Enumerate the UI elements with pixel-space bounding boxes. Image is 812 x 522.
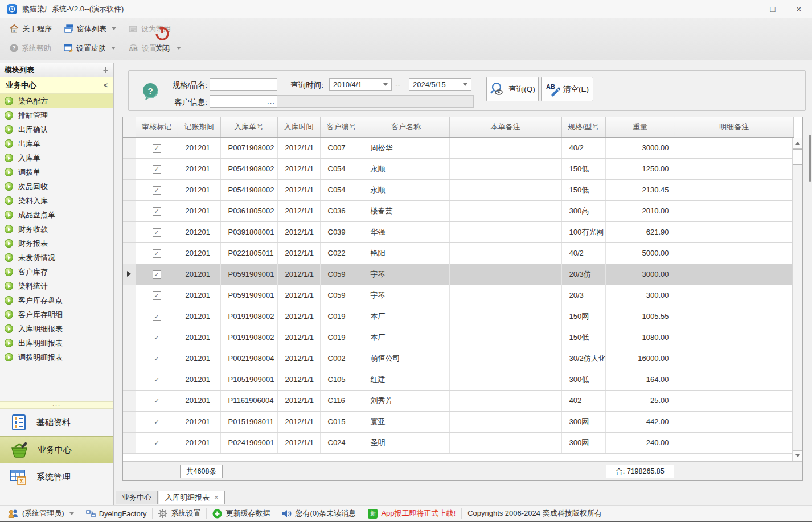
query-button[interactable]: 查询(Q) bbox=[486, 77, 539, 101]
pin-icon[interactable] bbox=[102, 67, 109, 73]
audit-checkbox[interactable]: ✓ bbox=[153, 165, 161, 174]
unread-messages-button[interactable]: 您有(0)条未读消息 bbox=[276, 508, 362, 519]
row-selector[interactable] bbox=[123, 369, 136, 390]
row-selector[interactable] bbox=[123, 200, 136, 221]
column-header[interactable]: 入库时间 bbox=[277, 117, 320, 137]
audit-checkbox[interactable]: ✓ bbox=[153, 376, 161, 384]
table-row[interactable]: ✓201201P01519080112012/1/1C015寰亚300网442.… bbox=[123, 411, 793, 432]
row-selector[interactable] bbox=[123, 411, 136, 432]
sidebar-item[interactable]: 客户库存盘点 bbox=[0, 293, 113, 307]
audit-checkbox[interactable]: ✓ bbox=[153, 418, 161, 426]
group-header-business-center[interactable]: 业务中心 < bbox=[0, 77, 113, 94]
audit-checkbox[interactable]: ✓ bbox=[153, 355, 161, 363]
audit-checkbox[interactable]: ✓ bbox=[153, 144, 161, 153]
company-button[interactable]: DyeingFactory bbox=[80, 508, 153, 519]
row-selector[interactable] bbox=[123, 179, 136, 200]
column-header[interactable]: 入库单号 bbox=[220, 117, 277, 137]
table-row[interactable]: ✓201201P05419080022012/1/1C054永顺150低1250… bbox=[123, 158, 793, 179]
column-header[interactable]: 客户名称 bbox=[363, 117, 449, 137]
row-selector[interactable] bbox=[123, 285, 136, 306]
table-row[interactable]: ✓201201P05919090012012/1/1C059宇琴20/3仿300… bbox=[123, 264, 793, 285]
sidebar-item[interactable]: 染色配方 bbox=[0, 94, 113, 108]
column-header[interactable]: 规格/型号 bbox=[561, 117, 605, 137]
table-row[interactable]: ✓201201P11619060042012/1/1C116刘秀芳40225.0… bbox=[123, 390, 793, 411]
table-row[interactable]: ✓201201P01919080022012/1/1C019本厂150低1080… bbox=[123, 327, 793, 348]
ellipsis-button[interactable]: ··· bbox=[267, 100, 277, 107]
maximize-button[interactable]: □ bbox=[760, 0, 786, 18]
sidebar-item-system-admin[interactable]: Σ 系统管理 bbox=[0, 463, 113, 491]
date-from-select[interactable]: 2010/4/1 bbox=[329, 78, 392, 91]
sidebar-item[interactable]: 出库单 bbox=[0, 137, 113, 151]
column-header[interactable]: 本单备注 bbox=[449, 117, 561, 137]
sidebar-item[interactable]: 出库确认 bbox=[0, 122, 113, 137]
sidebar-item[interactable]: 入库明细报表 bbox=[0, 322, 113, 336]
sidebar-splitter[interactable]: ··· bbox=[0, 401, 113, 409]
tab-close-icon[interactable]: × bbox=[214, 493, 219, 502]
row-selector[interactable] bbox=[123, 158, 136, 179]
refresh-cache-button[interactable]: 更新缓存数据 bbox=[207, 508, 276, 519]
scroll-down-button[interactable] bbox=[793, 450, 802, 461]
table-row[interactable]: ✓201201P10519090012012/1/1C105红建300低164.… bbox=[123, 369, 793, 390]
row-selector[interactable] bbox=[123, 306, 136, 327]
row-selector[interactable] bbox=[123, 432, 136, 453]
audit-checkbox[interactable]: ✓ bbox=[153, 186, 161, 195]
row-selector[interactable] bbox=[123, 390, 136, 411]
table-row[interactable]: ✓201201P05419080022012/1/1C054永顺150低2130… bbox=[123, 179, 793, 200]
row-selector[interactable] bbox=[123, 348, 136, 369]
row-selector[interactable] bbox=[123, 327, 136, 348]
table-row[interactable]: ✓201201P00219080042012/1/1C002萌恒公司30/2仿大… bbox=[123, 348, 793, 369]
column-header[interactable]: 审核标记 bbox=[136, 117, 178, 137]
audit-checkbox[interactable]: ✓ bbox=[153, 291, 161, 300]
table-row[interactable]: ✓201201P02218050112012/1/1C022艳阳40/25000… bbox=[123, 242, 793, 264]
audit-checkbox[interactable]: ✓ bbox=[153, 207, 161, 216]
collapse-icon[interactable]: < bbox=[104, 81, 108, 89]
sidebar-item[interactable]: 客户库存 bbox=[0, 265, 113, 279]
sidebar-item[interactable]: 成品盘点单 bbox=[0, 208, 113, 222]
close-app-button[interactable]: 关闭 bbox=[148, 20, 177, 57]
sidebar-item[interactable]: 财务收款 bbox=[0, 222, 113, 236]
about-program-button[interactable]: 关于程序 bbox=[3, 20, 58, 38]
column-header[interactable]: 明细备注 bbox=[675, 117, 793, 137]
audit-checkbox[interactable]: ✓ bbox=[153, 228, 161, 237]
row-selector[interactable] bbox=[123, 242, 136, 264]
table-row[interactable]: ✓201201P05919090012012/1/1C059宇琴20/3300.… bbox=[123, 285, 793, 306]
audit-checkbox[interactable]: ✓ bbox=[153, 439, 161, 447]
sidebar-item[interactable]: 排缸管理 bbox=[0, 108, 113, 122]
sidebar-item[interactable]: 染料入库 bbox=[0, 194, 113, 208]
audit-checkbox[interactable]: ✓ bbox=[153, 334, 161, 342]
audit-checkbox[interactable]: ✓ bbox=[153, 313, 161, 321]
audit-checkbox[interactable]: ✓ bbox=[153, 249, 161, 258]
column-header[interactable]: 客户编号 bbox=[320, 117, 363, 137]
window-list-button[interactable]: 窗体列表 bbox=[58, 20, 122, 38]
system-settings-button[interactable]: 系统设置 bbox=[153, 508, 207, 519]
sidebar-item[interactable]: 次品回收 bbox=[0, 179, 113, 194]
vertical-scrollbar[interactable] bbox=[792, 138, 802, 461]
tab-active[interactable]: 入库明细报表× bbox=[159, 491, 225, 504]
row-selector[interactable] bbox=[123, 221, 136, 242]
scroll-up-button[interactable] bbox=[793, 138, 802, 149]
sidebar-item-basic-data[interactable]: 基础资料 bbox=[0, 409, 113, 436]
sidebar-item[interactable]: 入库单 bbox=[0, 151, 113, 165]
sidebar-item-business-center[interactable]: 业务中心 bbox=[0, 436, 113, 463]
sidebar-item[interactable]: 调拨单 bbox=[0, 165, 113, 179]
row-selector[interactable] bbox=[123, 137, 136, 158]
window-edge-scrollbar[interactable] bbox=[809, 135, 811, 182]
clear-button[interactable]: AB 清空(E) bbox=[541, 77, 593, 101]
audit-checkbox[interactable]: ✓ bbox=[153, 397, 161, 405]
sidebar-item[interactable]: 客户库存明细 bbox=[0, 307, 113, 322]
table-row[interactable]: ✓201201P01919080022012/1/1C019本厂150网1005… bbox=[123, 306, 793, 327]
customer-info-input[interactable]: ··· bbox=[210, 95, 277, 108]
table-row[interactable]: ✓201201P03618050022012/1/1C036楼春芸300高201… bbox=[123, 200, 793, 221]
tab-inactive[interactable]: 业务中心 bbox=[116, 491, 158, 504]
sidebar-item[interactable]: 财务报表 bbox=[0, 236, 113, 250]
table-row[interactable]: ✓201201P02419090012012/1/1C024圣明300网240.… bbox=[123, 432, 793, 453]
column-header[interactable]: 记账期间 bbox=[178, 117, 220, 137]
table-row[interactable]: ✓201201P03918080012012/1/1C039华强100有光网62… bbox=[123, 221, 793, 242]
close-window-button[interactable]: × bbox=[786, 0, 812, 18]
date-to-select[interactable]: 2024/5/15 bbox=[409, 78, 471, 91]
current-user-button[interactable]: (系统管理员) bbox=[2, 508, 80, 519]
sidebar-item[interactable]: 出库明细报表 bbox=[0, 336, 113, 350]
sidebar-item[interactable]: 染料统计 bbox=[0, 279, 113, 293]
sidebar-item[interactable]: 未发货情况 bbox=[0, 250, 113, 265]
row-selector[interactable] bbox=[123, 264, 136, 285]
